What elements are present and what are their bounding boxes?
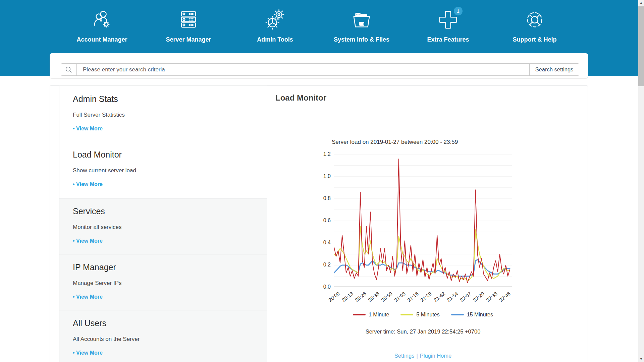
card-subtitle: All Accounts on the Server (73, 336, 254, 343)
content-panel: Admin Stats Full Server Statistics • Vie… (50, 85, 588, 362)
scrollbar: ▲ ▼ (638, 0, 644, 362)
search-bar: Search settings (61, 63, 579, 76)
nav-label: Admin Tools (240, 36, 310, 43)
x-tick-label: 20:13 (341, 291, 354, 303)
legend-swatch (451, 314, 464, 315)
x-tick-label: 21:16 (406, 291, 420, 303)
account-manager-icon (92, 9, 112, 30)
x-tick-label: 22:46 (498, 291, 512, 303)
legend-label: 5 Minutes (416, 312, 439, 318)
chart-legend: 1 Minute5 Minutes15 Minutes (334, 312, 512, 318)
nav-label: Extra Features (413, 36, 483, 43)
search-icon (65, 66, 72, 73)
legend-swatch (353, 314, 366, 315)
y-tick-label: 0.6 (307, 218, 331, 224)
panel-footer: Settings|Plugin Home (290, 353, 555, 359)
legend-label: 1 Minute (369, 312, 389, 318)
nav-server-manager[interactable]: Server Manager (153, 9, 224, 43)
x-tick-label: 20:00 (327, 291, 341, 303)
x-tick-label: 21:54 (446, 291, 459, 303)
nav-system-info-files[interactable]: System Info & Files (326, 9, 397, 43)
y-tick-label: 1.0 (307, 173, 331, 179)
nav-label: Support & Help (499, 36, 570, 43)
search-input[interactable] (77, 64, 529, 75)
system-info-files-icon (351, 9, 372, 30)
x-tick-label: 22:07 (459, 291, 472, 303)
scroll-up-arrow[interactable]: ▲ (638, 0, 644, 6)
nav-support-help[interactable]: Support & Help (499, 9, 570, 43)
extra-features-icon: 1 (438, 9, 459, 30)
x-tick-label: 20:38 (367, 291, 380, 303)
scrollbar-thumb[interactable] (638, 6, 644, 86)
y-tick-label: 0.8 (307, 195, 331, 201)
card-subtitle: Show current server load (73, 167, 254, 174)
search-settings-button[interactable]: Search settings (529, 64, 579, 75)
x-tick-label: 20:26 (354, 291, 367, 303)
legend-swatch (400, 314, 413, 315)
admin-tools-icon (265, 9, 285, 30)
plugin-home-link[interactable]: Plugin Home (420, 353, 451, 359)
view-more-link[interactable]: • View More (73, 294, 254, 300)
footer-separator: | (414, 353, 420, 359)
y-tick-label: 0.0 (307, 284, 331, 290)
x-tick-label: 22:20 (472, 291, 485, 303)
x-tick-label: 21:29 (419, 291, 433, 303)
nav-label: System Info & Files (326, 36, 397, 43)
card-title: All Users (73, 318, 254, 328)
nav-account-manager[interactable]: Account Manager (67, 9, 137, 43)
card-load-monitor[interactable]: Load Monitor Show current server load • … (59, 142, 267, 198)
x-tick-label: 21:03 (393, 291, 407, 303)
legend-label: 15 Minutes (467, 312, 493, 318)
view-more-link[interactable]: • View More (73, 350, 254, 356)
card-title: IP Manager (73, 262, 254, 272)
legend-item[interactable]: 1 Minute (353, 312, 389, 318)
view-more-link[interactable]: • View More (73, 126, 254, 132)
support-help-icon (524, 9, 545, 30)
card-title: Load Monitor (73, 150, 254, 160)
card-admin-stats[interactable]: Admin Stats Full Server Statistics • Vie… (59, 86, 267, 142)
view-more-link[interactable]: • View More (73, 181, 254, 187)
legend-item[interactable]: 15 Minutes (451, 312, 493, 318)
y-tick-label: 0.4 (307, 240, 331, 246)
nav-extra-features[interactable]: 1 Extra Features (413, 9, 483, 43)
search-icon-cell (61, 64, 77, 75)
server-manager-icon (178, 9, 199, 30)
server-time: Server time: Sun, 27 Jan 2019 22:54:25 +… (290, 328, 555, 335)
card-services[interactable]: Services Monitor all services • View Mor… (59, 198, 267, 254)
card-subtitle: Manage Server IPs (73, 280, 254, 287)
card-title: Admin Stats (73, 94, 254, 104)
extra-features-badge: 1 (454, 7, 463, 15)
x-tick-label: 22:33 (485, 291, 498, 303)
y-tick-label: 1.2 (307, 151, 331, 157)
load-chart (334, 155, 512, 287)
chart-title: Server load on 2019-01-27 between 20:00 … (332, 139, 458, 145)
card-subtitle: Full Server Statistics (73, 112, 254, 118)
y-tick-label: 0.2 (307, 262, 331, 268)
scroll-down-arrow[interactable]: ▼ (638, 356, 644, 362)
x-tick-label: 21:42 (433, 291, 446, 303)
nav-label: Server Manager (153, 36, 224, 43)
card-ip-manager[interactable]: IP Manager Manage Server IPs • View More (59, 254, 267, 310)
search-card: Search settings (50, 53, 588, 78)
view-more-link[interactable]: • View More (73, 238, 254, 244)
panel-title: Load Monitor (275, 93, 326, 103)
admin-dashboard: Account Manager Server Manager (0, 0, 644, 362)
card-all-users[interactable]: All Users All Accounts on the Server • V… (59, 310, 267, 362)
card-subtitle: Monitor all services (73, 224, 254, 231)
legend-item[interactable]: 5 Minutes (400, 312, 439, 318)
nav-admin-tools[interactable]: Admin Tools (240, 9, 310, 43)
nav-label: Account Manager (67, 36, 137, 43)
card-title: Services (73, 206, 254, 216)
x-tick-label: 20:50 (380, 291, 393, 303)
settings-link[interactable]: Settings (394, 353, 415, 359)
